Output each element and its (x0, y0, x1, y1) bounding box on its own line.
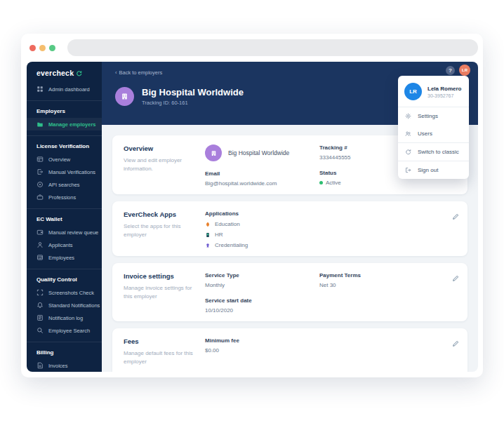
card-title: Invoice settings (124, 272, 205, 280)
sidebar-item-label: Applicants (48, 242, 73, 248)
card-title: Overview (124, 145, 205, 152)
sidebar-item-label: Manual Verifications (48, 169, 95, 175)
menu-item-sign-out[interactable]: Sign out (398, 161, 469, 179)
folder-icon (37, 121, 44, 128)
url-bar[interactable] (67, 39, 478, 56)
card-description: Manage default fees for this employer (124, 349, 194, 367)
overview-card-middle: Big Hospital Worldwide Email Big@hospita… (205, 145, 319, 187)
sidebar-item-label: Manual review queue (48, 229, 98, 236)
app-label: HR (215, 231, 223, 238)
exit-door-icon (37, 168, 44, 175)
pencil-icon (452, 275, 459, 282)
switch-refresh-icon (405, 149, 411, 155)
edit-apps-button[interactable] (452, 210, 459, 248)
help-icon[interactable]: ? (446, 66, 455, 75)
id-badge-icon (37, 254, 44, 261)
payment-terms-field: Payment Terms Net 30 (319, 272, 449, 288)
field-value: Big@hospital.worldwide.com (205, 180, 319, 187)
credentialing-ribbon-icon (205, 243, 211, 248)
sidebar-item-label: Overview (48, 156, 70, 163)
app-item-credentialing: Credentialing (205, 242, 319, 248)
sidebar-item-admin-dashboard[interactable]: Admin dashboard (27, 83, 102, 95)
apps-card: EverCheck Apps Select the apps for this … (112, 201, 467, 256)
sidebar-section-license-verification: License Verification Overview (27, 135, 102, 203)
search-icon (37, 327, 44, 334)
hr-badge-icon (205, 232, 211, 238)
applications-label: Applications (205, 210, 319, 217)
users-icon (405, 130, 411, 137)
user-id: 30-3952767 (427, 93, 461, 98)
card-title: EverCheck Apps (124, 210, 205, 218)
screenshot-icon (37, 289, 44, 296)
sidebar-item-standard-notifications[interactable]: Standard Notifications (27, 299, 102, 311)
menu-item-label: Users (418, 130, 432, 137)
sidebar-item-label: Invoices (48, 363, 68, 369)
invoice-card-left: Invoice settings Manage invoice settings… (124, 272, 205, 314)
menu-item-users[interactable]: Users (398, 125, 469, 142)
menu-item-settings[interactable]: Settings (398, 107, 469, 125)
invoice-icon (37, 362, 44, 369)
app-label: Credentialing (215, 242, 248, 248)
table-icon (37, 156, 44, 163)
sidebar-item-overview[interactable]: Overview (27, 153, 102, 166)
sidebar-item-employee-search[interactable]: Employee Search (27, 324, 102, 337)
minimum-fee-field: Minimum fee $0.00 (205, 337, 319, 354)
traffic-light-zoom[interactable] (49, 45, 55, 51)
traffic-light-close[interactable] (29, 45, 36, 51)
fees-card-left: Fees Manage default fees for this employ… (124, 337, 205, 372)
traffic-light-minimize[interactable] (39, 45, 46, 51)
user-menu-header: LR Lela Romero 30-3952767 (398, 76, 469, 107)
service-start-date-field: Service start date 10/10/2020 (205, 297, 319, 314)
pencil-icon (452, 340, 459, 347)
invoice-settings-card: Invoice settings Manage invoice settings… (112, 263, 467, 321)
menu-item-label: Switch to classic (418, 149, 459, 155)
browser-window: evercheck Admin dashboard (21, 34, 483, 377)
page-canvas: evercheck Admin dashboard (0, 0, 504, 423)
app-item-education: Education (205, 221, 319, 227)
field-value: Net 30 (319, 282, 449, 288)
user-dropdown-menu: LR Lela Romero 30-3952767 Settings (398, 76, 469, 179)
email-field: Email Big@hospital.worldwide.com (205, 170, 319, 187)
sidebar-section-billing: Billing Invoices (27, 342, 102, 372)
sign-out-icon (405, 167, 411, 173)
education-flame-icon (205, 222, 211, 227)
employer-title-block: Big Hospital Worldwide Tracking ID: 60-1… (115, 87, 244, 106)
fees-card-middle: Minimum fee $0.00 (205, 337, 319, 372)
sidebar-item-manual-verifications[interactable]: Manual Verifications (27, 166, 102, 178)
sidebar-item-label: Employees (48, 255, 74, 261)
menu-item-label: Settings (418, 113, 438, 119)
field-label: Service start date (205, 297, 319, 304)
sidebar-item-professions[interactable]: Professions (27, 191, 102, 203)
sidebar-item-api-searches[interactable]: API searches (27, 178, 102, 191)
employer-avatar (115, 87, 134, 106)
back-to-employers-link[interactable]: ‹Back to employers (115, 69, 162, 76)
building-icon (210, 149, 218, 157)
field-value: $0.00 (205, 347, 319, 354)
sidebar-item-label: Employee Search (48, 328, 90, 334)
user-avatar-button[interactable]: LR (459, 65, 470, 76)
refresh-icon (76, 70, 82, 76)
app-item-hr: HR (205, 231, 319, 238)
edit-invoice-button[interactable] (452, 272, 459, 314)
section-label: Billing (27, 347, 102, 359)
menu-item-switch-to-classic[interactable]: Switch to classic (398, 143, 469, 161)
card-description: Select the apps for this employer (124, 222, 194, 240)
sidebar-item-manage-employers[interactable]: Manage employers (27, 118, 102, 130)
field-value: Monthly (205, 282, 319, 288)
sidebar-item-manual-review-queue[interactable]: Manual review queue (27, 226, 102, 239)
sidebar-item-applicants[interactable]: Applicants (27, 239, 102, 251)
sidebar-item-label: Admin dashboard (48, 86, 90, 93)
card-description: Manage invoice settings for this employe… (124, 284, 194, 302)
sidebar-item-notification-log[interactable]: Notification log (27, 311, 102, 324)
sidebar-item-employees[interactable]: Employees (27, 251, 102, 264)
bell-icon (37, 302, 44, 309)
edit-fees-button[interactable] (452, 337, 459, 372)
apps-card-left: EverCheck Apps Select the apps for this … (124, 210, 205, 248)
wallet-icon (37, 229, 44, 236)
sidebar-item-invoices[interactable]: Invoices (27, 359, 102, 372)
section-label: Quality Control (27, 274, 102, 286)
sidebar-item-screenshots-check[interactable]: Screenshots Check (27, 286, 102, 299)
log-icon (37, 314, 44, 321)
status-badge: Active (326, 180, 341, 186)
field-label: Payment Terms (319, 272, 449, 278)
